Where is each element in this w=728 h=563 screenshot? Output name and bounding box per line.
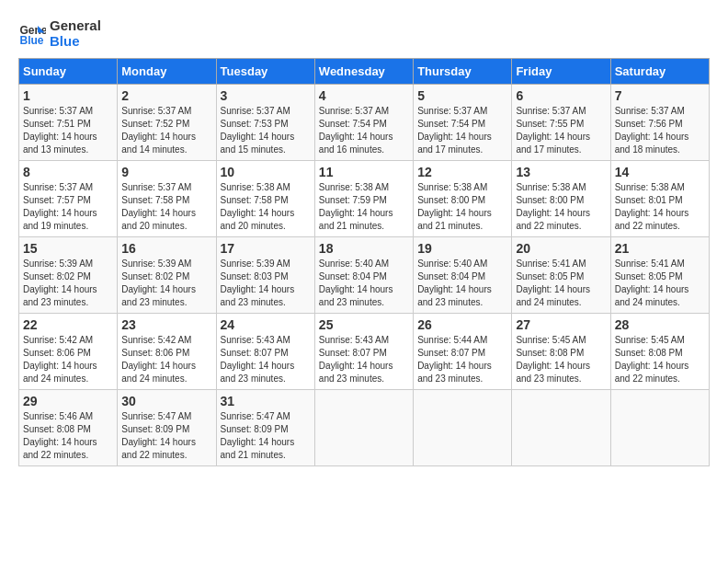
day-number: 6 [516, 88, 606, 103]
header-wednesday: Wednesday [314, 59, 413, 85]
calendar-cell-25: 25Sunrise: 5:43 AMSunset: 8:07 PMDayligh… [314, 314, 413, 390]
calendar-cell-22: 22Sunrise: 5:42 AMSunset: 8:06 PMDayligh… [19, 314, 118, 390]
day-info: Sunrise: 5:37 AMSunset: 7:54 PMDaylight:… [417, 105, 507, 156]
day-info: Sunrise: 5:39 AMSunset: 8:02 PMDaylight:… [121, 258, 211, 309]
calendar-cell-empty [314, 390, 413, 466]
svg-text:Blue: Blue [20, 34, 44, 47]
calendar-cell-empty [512, 390, 610, 466]
calendar-table: SundayMondayTuesdayWednesdayThursdayFrid… [18, 58, 710, 466]
calendar-week-1: 1Sunrise: 5:37 AMSunset: 7:51 PMDaylight… [19, 85, 710, 161]
day-number: 3 [221, 88, 311, 103]
calendar-week-2: 8Sunrise: 5:37 AMSunset: 7:57 PMDaylight… [19, 161, 710, 237]
calendar-cell-20: 20Sunrise: 5:41 AMSunset: 8:05 PMDayligh… [512, 237, 610, 314]
day-info: Sunrise: 5:37 AMSunset: 7:51 PMDaylight:… [23, 105, 113, 156]
day-number: 13 [516, 165, 606, 179]
day-info: Sunrise: 5:40 AMSunset: 8:04 PMDaylight:… [417, 258, 507, 309]
day-info: Sunrise: 5:42 AMSunset: 8:06 PMDaylight:… [121, 334, 211, 385]
day-number: 24 [221, 317, 311, 332]
calendar-cell-26: 26Sunrise: 5:44 AMSunset: 8:07 PMDayligh… [414, 314, 512, 390]
day-info: Sunrise: 5:47 AMSunset: 8:09 PMDaylight:… [221, 410, 311, 462]
logo-icon: General Blue [18, 20, 46, 48]
calendar-week-4: 22Sunrise: 5:42 AMSunset: 8:06 PMDayligh… [19, 314, 710, 390]
day-number: 14 [615, 165, 705, 179]
calendar-cell-29: 29Sunrise: 5:46 AMSunset: 8:08 PMDayligh… [19, 390, 118, 466]
day-info: Sunrise: 5:43 AMSunset: 8:07 PMDaylight:… [221, 334, 311, 385]
day-number: 30 [121, 394, 211, 408]
day-info: Sunrise: 5:44 AMSunset: 8:07 PMDaylight:… [417, 334, 507, 385]
calendar-cell-23: 23Sunrise: 5:42 AMSunset: 8:06 PMDayligh… [118, 314, 216, 390]
calendar-cell-24: 24Sunrise: 5:43 AMSunset: 8:07 PMDayligh… [216, 314, 314, 390]
calendar-cell-2: 2Sunrise: 5:37 AMSunset: 7:52 PMDaylight… [118, 85, 216, 161]
day-info: Sunrise: 5:39 AMSunset: 8:03 PMDaylight:… [221, 258, 311, 309]
day-number: 10 [221, 165, 311, 179]
calendar-cell-16: 16Sunrise: 5:39 AMSunset: 8:02 PMDayligh… [118, 237, 216, 314]
day-info: Sunrise: 5:40 AMSunset: 8:04 PMDaylight:… [319, 258, 409, 309]
header-monday: Monday [118, 59, 216, 85]
day-info: Sunrise: 5:37 AMSunset: 7:52 PMDaylight:… [121, 105, 211, 156]
calendar-cell-27: 27Sunrise: 5:45 AMSunset: 8:08 PMDayligh… [512, 314, 610, 390]
day-number: 2 [121, 88, 211, 103]
calendar-cell-5: 5Sunrise: 5:37 AMSunset: 7:54 PMDaylight… [414, 85, 512, 161]
calendar-cell-31: 31Sunrise: 5:47 AMSunset: 8:09 PMDayligh… [216, 390, 314, 466]
day-number: 20 [516, 241, 606, 256]
day-info: Sunrise: 5:43 AMSunset: 8:07 PMDaylight:… [319, 334, 409, 385]
day-number: 19 [417, 241, 507, 256]
calendar-cell-28: 28Sunrise: 5:45 AMSunset: 8:08 PMDayligh… [610, 314, 709, 390]
day-info: Sunrise: 5:38 AMSunset: 8:01 PMDaylight:… [615, 181, 705, 233]
day-number: 23 [121, 317, 211, 332]
day-number: 17 [221, 241, 311, 256]
day-info: Sunrise: 5:37 AMSunset: 7:57 PMDaylight:… [23, 181, 113, 233]
day-number: 7 [615, 88, 705, 103]
header-friday: Friday [512, 59, 610, 85]
logo: General Blue General Blue [18, 18, 101, 49]
header-tuesday: Tuesday [216, 59, 314, 85]
calendar-cell-1: 1Sunrise: 5:37 AMSunset: 7:51 PMDaylight… [19, 85, 118, 161]
day-number: 31 [221, 394, 311, 408]
day-number: 22 [23, 317, 113, 332]
calendar-cell-4: 4Sunrise: 5:37 AMSunset: 7:54 PMDaylight… [314, 85, 413, 161]
day-number: 5 [417, 88, 507, 103]
day-number: 1 [23, 88, 113, 103]
calendar-cell-12: 12Sunrise: 5:38 AMSunset: 8:00 PMDayligh… [414, 161, 512, 237]
calendar-cell-10: 10Sunrise: 5:38 AMSunset: 7:58 PMDayligh… [216, 161, 314, 237]
day-info: Sunrise: 5:41 AMSunset: 8:05 PMDaylight:… [516, 258, 606, 309]
day-number: 28 [615, 317, 705, 332]
calendar-week-3: 15Sunrise: 5:39 AMSunset: 8:02 PMDayligh… [19, 237, 710, 314]
day-number: 29 [23, 394, 113, 408]
calendar-cell-15: 15Sunrise: 5:39 AMSunset: 8:02 PMDayligh… [19, 237, 118, 314]
day-number: 26 [417, 317, 507, 332]
day-info: Sunrise: 5:46 AMSunset: 8:08 PMDaylight:… [23, 410, 113, 462]
calendar-cell-30: 30Sunrise: 5:47 AMSunset: 8:09 PMDayligh… [118, 390, 216, 466]
day-info: Sunrise: 5:45 AMSunset: 8:08 PMDaylight:… [516, 334, 606, 385]
calendar-cell-8: 8Sunrise: 5:37 AMSunset: 7:57 PMDaylight… [19, 161, 118, 237]
day-number: 21 [615, 241, 705, 256]
day-info: Sunrise: 5:38 AMSunset: 7:59 PMDaylight:… [319, 181, 409, 233]
calendar-header-row: SundayMondayTuesdayWednesdayThursdayFrid… [19, 59, 710, 85]
logo-line2: Blue [50, 34, 101, 50]
calendar-cell-19: 19Sunrise: 5:40 AMSunset: 8:04 PMDayligh… [414, 237, 512, 314]
calendar-cell-6: 6Sunrise: 5:37 AMSunset: 7:55 PMDaylight… [512, 85, 610, 161]
day-info: Sunrise: 5:41 AMSunset: 8:05 PMDaylight:… [615, 258, 705, 309]
day-info: Sunrise: 5:37 AMSunset: 7:53 PMDaylight:… [221, 105, 311, 156]
calendar-cell-21: 21Sunrise: 5:41 AMSunset: 8:05 PMDayligh… [610, 237, 709, 314]
day-number: 25 [319, 317, 409, 332]
day-number: 15 [23, 241, 113, 256]
day-info: Sunrise: 5:45 AMSunset: 8:08 PMDaylight:… [615, 334, 705, 385]
calendar-cell-9: 9Sunrise: 5:37 AMSunset: 7:58 PMDaylight… [118, 161, 216, 237]
calendar-cell-18: 18Sunrise: 5:40 AMSunset: 8:04 PMDayligh… [314, 237, 413, 314]
day-info: Sunrise: 5:37 AMSunset: 7:56 PMDaylight:… [615, 105, 705, 156]
calendar-cell-3: 3Sunrise: 5:37 AMSunset: 7:53 PMDaylight… [216, 85, 314, 161]
calendar-cell-17: 17Sunrise: 5:39 AMSunset: 8:03 PMDayligh… [216, 237, 314, 314]
day-info: Sunrise: 5:38 AMSunset: 8:00 PMDaylight:… [417, 181, 507, 233]
calendar-cell-11: 11Sunrise: 5:38 AMSunset: 7:59 PMDayligh… [314, 161, 413, 237]
day-info: Sunrise: 5:47 AMSunset: 8:09 PMDaylight:… [121, 410, 211, 462]
calendar-cell-empty [610, 390, 709, 466]
logo-line1: General [50, 18, 101, 34]
calendar-cell-14: 14Sunrise: 5:38 AMSunset: 8:01 PMDayligh… [610, 161, 709, 237]
day-number: 12 [417, 165, 507, 179]
day-number: 27 [516, 317, 606, 332]
header-saturday: Saturday [610, 59, 709, 85]
day-number: 8 [23, 165, 113, 179]
header-sunday: Sunday [19, 59, 118, 85]
calendar-cell-13: 13Sunrise: 5:38 AMSunset: 8:00 PMDayligh… [512, 161, 610, 237]
